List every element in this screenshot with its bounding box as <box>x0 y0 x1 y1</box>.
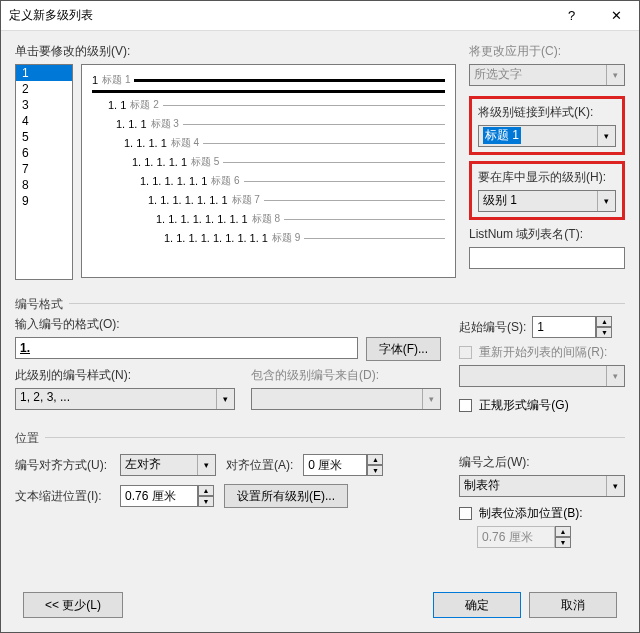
chevron-down-icon: ▾ <box>606 476 624 496</box>
level-item-3[interactable]: 3 <box>16 97 72 113</box>
restart-label: 重新开始列表的间隔(R): <box>479 345 607 359</box>
set-all-levels-button[interactable]: 设置所有级别(E)... <box>224 484 348 508</box>
chevron-down-icon: ▾ <box>606 65 624 85</box>
level-item-9[interactable]: 9 <box>16 193 72 209</box>
tab-stop-spinner: ▲▼ <box>477 526 625 548</box>
include-from-select[interactable]: ▾ <box>251 388 441 410</box>
dialog-title: 定义新多级列表 <box>9 7 549 24</box>
cancel-button[interactable]: 取消 <box>529 592 617 618</box>
levels-label: 单击要修改的级别(V): <box>15 43 459 60</box>
titlebar: 定义新多级列表 ? ✕ <box>1 1 639 31</box>
preview-line: 1. 1. 1. 1. 1. 1. 1. 1. 1标题 9 <box>92 231 445 245</box>
spin-down-icon[interactable]: ▼ <box>367 465 383 476</box>
start-at-spinner[interactable]: ▲▼ <box>532 316 612 338</box>
spin-up-icon[interactable]: ▲ <box>596 316 612 327</box>
ok-button[interactable]: 确定 <box>433 592 521 618</box>
level-item-1[interactable]: 1 <box>16 65 72 81</box>
position-section-label: 位置 <box>15 430 39 447</box>
numstyle-select[interactable]: 1, 2, 3, ... ▾ <box>15 388 235 410</box>
level-item-8[interactable]: 8 <box>16 177 72 193</box>
align-at-input[interactable] <box>303 454 367 476</box>
level-item-2[interactable]: 2 <box>16 81 72 97</box>
chevron-down-icon: ▾ <box>606 366 624 386</box>
numfmt-input-label: 输入编号的格式(O): <box>15 316 441 333</box>
chevron-down-icon: ▾ <box>597 191 615 211</box>
level-item-4[interactable]: 4 <box>16 113 72 129</box>
gallery-level-select[interactable]: 级别 1 ▾ <box>478 190 616 212</box>
level-item-7[interactable]: 7 <box>16 161 72 177</box>
indent-spinner[interactable]: ▲▼ <box>120 485 214 507</box>
restart-checkbox <box>459 346 472 359</box>
chevron-down-icon: ▾ <box>422 389 440 409</box>
numfmt-section-label: 编号格式 <box>15 296 63 313</box>
spin-down-icon[interactable]: ▼ <box>596 327 612 338</box>
preview-line: 1. 1. 1. 1标题 4 <box>92 136 445 150</box>
include-from-label: 包含的级别编号来自(D): <box>251 367 441 384</box>
preview-line: 1. 1. 1标题 3 <box>92 117 445 131</box>
listnum-input[interactable] <box>469 247 625 269</box>
level-list[interactable]: 1 2 3 4 5 6 7 8 9 <box>15 64 73 280</box>
legal-format-checkbox[interactable] <box>459 399 472 412</box>
indent-input[interactable] <box>120 485 198 507</box>
restart-select: ▾ <box>459 365 625 387</box>
preview-line: 1. 1. 1. 1. 1标题 5 <box>92 155 445 169</box>
start-at-input[interactable] <box>532 316 596 338</box>
align-label: 编号对齐方式(U): <box>15 457 110 474</box>
preview-line: 1. 1. 1. 1. 1. 1. 1标题 7 <box>92 193 445 207</box>
align-select[interactable]: 左对齐 ▾ <box>120 454 216 476</box>
close-button[interactable]: ✕ <box>594 1 639 31</box>
gallery-level-label: 要在库中显示的级别(H): <box>478 169 616 186</box>
tab-stop-label: 制表位添加位置(B): <box>479 506 582 520</box>
start-at-label: 起始编号(S): <box>459 319 526 336</box>
chevron-down-icon: ▾ <box>216 389 234 409</box>
help-button[interactable]: ? <box>549 1 594 31</box>
spin-up-icon[interactable]: ▲ <box>198 485 214 496</box>
less-button[interactable]: << 更少(L) <box>23 592 123 618</box>
legal-format-label: 正规形式编号(G) <box>479 398 568 412</box>
preview-line: 1. 1. 1. 1. 1. 1标题 6 <box>92 174 445 188</box>
tab-stop-input <box>477 526 555 548</box>
dialog-window: 定义新多级列表 ? ✕ 单击要修改的级别(V): 1 2 3 4 5 6 7 <box>0 0 640 633</box>
chevron-down-icon: ▾ <box>197 455 215 475</box>
spin-up-icon: ▲ <box>555 526 571 537</box>
preview-pane: 1标题 11. 1标题 21. 1. 1标题 31. 1. 1. 1标题 41.… <box>81 64 456 278</box>
link-style-label: 将级别链接到样式(K): <box>478 104 616 121</box>
follow-select[interactable]: 制表符 ▾ <box>459 475 625 497</box>
gallery-level-group: 要在库中显示的级别(H): 级别 1 ▾ <box>469 161 625 220</box>
spin-down-icon[interactable]: ▼ <box>198 496 214 507</box>
spin-up-icon[interactable]: ▲ <box>367 454 383 465</box>
follow-label: 编号之后(W): <box>459 454 625 471</box>
preview-line <box>92 90 445 93</box>
link-style-group: 将级别链接到样式(K): 标题 1 ▾ <box>469 96 625 155</box>
preview-line: 1标题 1 <box>92 73 445 87</box>
level-item-5[interactable]: 5 <box>16 129 72 145</box>
tab-stop-checkbox[interactable] <box>459 507 472 520</box>
indent-label: 文本缩进位置(I): <box>15 488 110 505</box>
font-button[interactable]: 字体(F)... <box>366 337 441 361</box>
link-style-select[interactable]: 标题 1 ▾ <box>478 125 616 147</box>
align-at-label: 对齐位置(A): <box>226 457 293 474</box>
level-item-6[interactable]: 6 <box>16 145 72 161</box>
listnum-label: ListNum 域列表名(T): <box>469 226 625 243</box>
number-format-input[interactable] <box>15 337 358 359</box>
chevron-down-icon: ▾ <box>597 126 615 146</box>
align-at-spinner[interactable]: ▲▼ <box>303 454 383 476</box>
preview-line: 1. 1标题 2 <box>92 98 445 112</box>
spin-down-icon: ▼ <box>555 537 571 548</box>
apply-to-select[interactable]: 所选文字 ▾ <box>469 64 625 86</box>
numstyle-label: 此级别的编号样式(N): <box>15 367 235 384</box>
preview-line: 1. 1. 1. 1. 1. 1. 1. 1标题 8 <box>92 212 445 226</box>
apply-to-label: 将更改应用于(C): <box>469 43 625 60</box>
dialog-body: 单击要修改的级别(V): 1 2 3 4 5 6 7 8 9 1标题 11. 1… <box>1 31 639 632</box>
